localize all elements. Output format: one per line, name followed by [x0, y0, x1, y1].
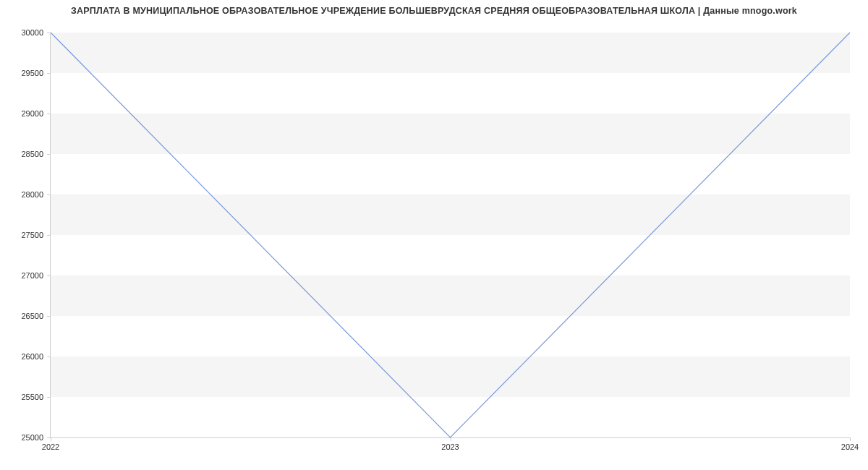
y-tick-label: 29000: [7, 109, 43, 118]
y-tick-label: 28500: [7, 150, 43, 158]
y-tick-label: 28000: [7, 190, 43, 199]
y-tick: [47, 356, 51, 357]
y-tick: [47, 195, 51, 195]
y-tick-label: 25000: [7, 433, 43, 442]
plot-area: [51, 33, 850, 437]
y-tick-label: 26000: [7, 352, 43, 361]
series-line: [51, 33, 850, 437]
x-tick: [451, 437, 451, 441]
y-tick: [47, 33, 51, 33]
y-tick: [47, 275, 51, 276]
x-tick: [850, 437, 851, 441]
y-tick: [47, 235, 51, 236]
x-tick-label: 2023: [441, 443, 459, 451]
y-tick-label: 30000: [7, 28, 43, 37]
x-tick-label: 2022: [42, 443, 59, 451]
y-tick-label: 25500: [7, 393, 43, 401]
y-tick-label: 27500: [7, 231, 43, 239]
y-tick: [47, 73, 51, 74]
x-tick-label: 2024: [841, 443, 859, 451]
y-tick: [47, 114, 51, 114]
chart-title: ЗАРПЛАТА В МУНИЦИПАЛЬНОЕ ОБРАЗОВАТЕЛЬНОЕ…: [0, 0, 868, 16]
y-tick: [47, 397, 51, 398]
y-tick: [47, 154, 51, 155]
y-tick: [47, 316, 51, 317]
x-tick: [51, 437, 51, 441]
chart-svg: [51, 33, 850, 437]
y-tick-label: 27000: [7, 271, 43, 280]
y-tick-label: 29500: [7, 69, 43, 77]
y-tick-label: 26500: [7, 312, 43, 320]
